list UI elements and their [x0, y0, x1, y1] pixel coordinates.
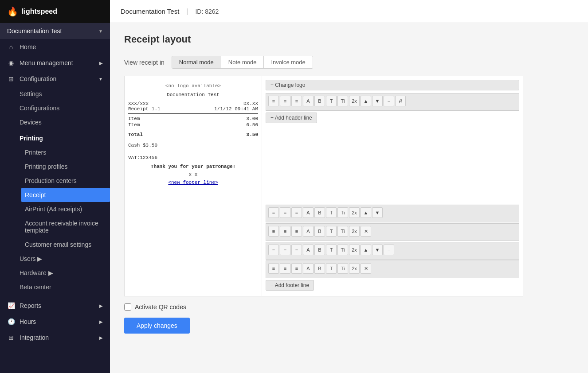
f4-bold[interactable]: B — [314, 263, 325, 274]
footer-ctrl-4: ≡ ≡ ≡ A B T Ti 2x ✕ — [266, 260, 519, 278]
footer-ctrl-row-2: ≡ ≡ ≡ A B T Ti 2x ✕ — [268, 226, 517, 237]
f1-align-center[interactable]: ≡ — [280, 207, 290, 218]
sidebar-item-home[interactable]: ⌂ Home — [0, 39, 110, 55]
sidebar-item-beta[interactable]: Beta center — [20, 280, 110, 294]
chevron-down-icon2: ▼ — [98, 77, 103, 82]
sidebar-item-devices[interactable]: Devices — [20, 115, 110, 129]
f1-title[interactable]: Ti — [337, 207, 348, 218]
receipt-ref-row: XXX/xxx DX.XX — [128, 101, 258, 106]
sidebar-item-settings[interactable]: Settings — [20, 87, 110, 101]
account-selector[interactable]: Documentation Test ▼ — [0, 23, 110, 39]
f3-2x[interactable]: 2x — [349, 245, 360, 255]
f1-font-a[interactable]: A — [303, 207, 314, 218]
middle-spacer — [266, 125, 519, 205]
align-left-btn[interactable]: ≡ — [268, 96, 279, 106]
f1-down[interactable]: ▼ — [372, 207, 383, 218]
main-content: Documentation Test | ID: 8262 Receipt la… — [110, 0, 588, 373]
f4-align-center[interactable]: ≡ — [280, 263, 290, 274]
f4-2x[interactable]: 2x — [349, 263, 360, 274]
topbar: Documentation Test | ID: 8262 — [110, 0, 588, 23]
f3-align-right[interactable]: ≡ — [291, 245, 302, 255]
sidebar-item-integration[interactable]: ⊞ Integration ▶ — [0, 330, 110, 346]
chevron-right-icon6: ▶ — [99, 335, 103, 340]
f4-align-right[interactable]: ≡ — [291, 263, 302, 274]
sidebar-item-menu-management[interactable]: ◉ Menu management ▶ — [0, 55, 110, 71]
sidebar-item-airprint[interactable]: AirPrint (A4 receipts) — [25, 202, 110, 216]
logo-text: lightspeed — [22, 8, 57, 16]
f3-italic[interactable]: T — [326, 245, 337, 255]
f3-align-left[interactable]: ≡ — [268, 245, 279, 255]
italic-btn[interactable]: T — [326, 96, 337, 106]
f4-delete[interactable]: ✕ — [361, 263, 371, 274]
f4-italic[interactable]: T — [326, 263, 337, 274]
f1-italic[interactable]: T — [326, 207, 337, 218]
print-btn[interactable]: 🖨 — [395, 96, 406, 106]
align-right-btn[interactable]: ≡ — [291, 96, 302, 106]
minus-btn[interactable]: − — [384, 96, 394, 106]
f3-font-a[interactable]: A — [303, 245, 314, 255]
add-footer-line-button[interactable]: + Add footer line — [266, 280, 314, 291]
f3-up[interactable]: ▲ — [361, 245, 371, 255]
f3-down[interactable]: ▼ — [372, 245, 383, 255]
f4-title[interactable]: Ti — [337, 263, 348, 274]
sidebar-item-production-centers[interactable]: Production centers — [25, 174, 110, 188]
move-down-btn[interactable]: ▼ — [372, 96, 383, 106]
sidebar-item-users[interactable]: Users ▶ — [20, 252, 110, 266]
tab-invoice-mode[interactable]: Invoice mode — [264, 56, 312, 68]
change-logo-button[interactable]: + Change logo — [266, 80, 519, 90]
bottom-section: Activate QR codes Apply changes — [124, 303, 523, 334]
qr-checkbox[interactable] — [124, 303, 131, 311]
f3-bold[interactable]: B — [314, 245, 325, 255]
2x-btn[interactable]: 2x — [349, 96, 360, 106]
f1-align-right[interactable]: ≡ — [291, 207, 302, 218]
sidebar-item-account-receivable[interactable]: Account receivable invoice template — [25, 216, 110, 237]
receipt-store-name: Documentation Test — [128, 92, 258, 97]
title-btn[interactable]: Ti — [337, 96, 348, 106]
footer-ctrl-3: ≡ ≡ ≡ A B T Ti 2x ▲ ▼ − — [266, 242, 519, 260]
f1-bold[interactable]: B — [314, 207, 325, 218]
sidebar-item-customer-email[interactable]: Customer email settings — [25, 237, 110, 252]
tab-normal-mode[interactable]: Normal mode — [172, 56, 221, 68]
sidebar-item-configurations[interactable]: Configurations — [20, 101, 110, 115]
f4-font-a[interactable]: A — [303, 263, 314, 274]
f2-italic[interactable]: T — [326, 226, 337, 237]
add-footer-section: + Add footer line — [266, 280, 519, 291]
f2-align-left[interactable]: ≡ — [268, 226, 279, 237]
f1-2x[interactable]: 2x — [349, 207, 360, 218]
tab-note-mode[interactable]: Note mode — [221, 56, 264, 68]
footer-ctrl-row-1: ≡ ≡ ≡ A B T Ti 2x ▲ ▼ — [268, 207, 517, 218]
f2-title[interactable]: Ti — [337, 226, 348, 237]
sidebar-item-hardware[interactable]: Hardware ▶ — [20, 266, 110, 280]
add-header-line-button[interactable]: + Add header line — [266, 113, 317, 123]
sidebar-item-printers[interactable]: Printers — [25, 145, 110, 159]
move-up-btn[interactable]: ▲ — [361, 96, 371, 106]
vat-row: VAT:123456 — [128, 153, 258, 162]
chevron-right-icon4: ▶ — [99, 303, 103, 308]
f3-title[interactable]: Ti — [337, 245, 348, 255]
receipt-dx: DX.XX — [243, 101, 258, 106]
f4-align-left[interactable]: ≡ — [268, 263, 279, 274]
beta-label: Beta center — [20, 284, 51, 291]
spacer — [128, 137, 258, 141]
f2-align-right[interactable]: ≡ — [291, 226, 302, 237]
sidebar-item-reports[interactable]: 📈 Reports ▶ — [0, 298, 110, 314]
sidebar-item-hours[interactable]: 🕐 Hours ▶ — [0, 314, 110, 330]
sidebar-item-configuration[interactable]: ⊞ Configuration ▼ — [0, 71, 110, 87]
f2-align-center[interactable]: ≡ — [280, 226, 290, 237]
align-center-btn[interactable]: ≡ — [280, 96, 290, 106]
bold-btn[interactable]: B — [314, 96, 325, 106]
cash-row: Cash $3.50 — [128, 141, 258, 150]
f2-2x[interactable]: 2x — [349, 226, 360, 237]
sidebar-item-receipt[interactable]: Receipt — [21, 188, 110, 202]
f2-font-a[interactable]: A — [303, 226, 314, 237]
apply-changes-button[interactable]: Apply changes — [124, 318, 190, 334]
f1-align-left[interactable]: ≡ — [268, 207, 279, 218]
f2-delete[interactable]: ✕ — [361, 226, 371, 237]
f2-bold[interactable]: B — [314, 226, 325, 237]
sidebar-item-printing-profiles[interactable]: Printing profiles — [25, 159, 110, 174]
f3-minus[interactable]: − — [384, 245, 394, 255]
font-a-btn[interactable]: A — [303, 96, 314, 106]
f3-align-center[interactable]: ≡ — [280, 245, 290, 255]
sidebar-item-printing[interactable]: Printing — [20, 131, 110, 145]
f1-up[interactable]: ▲ — [361, 207, 371, 218]
